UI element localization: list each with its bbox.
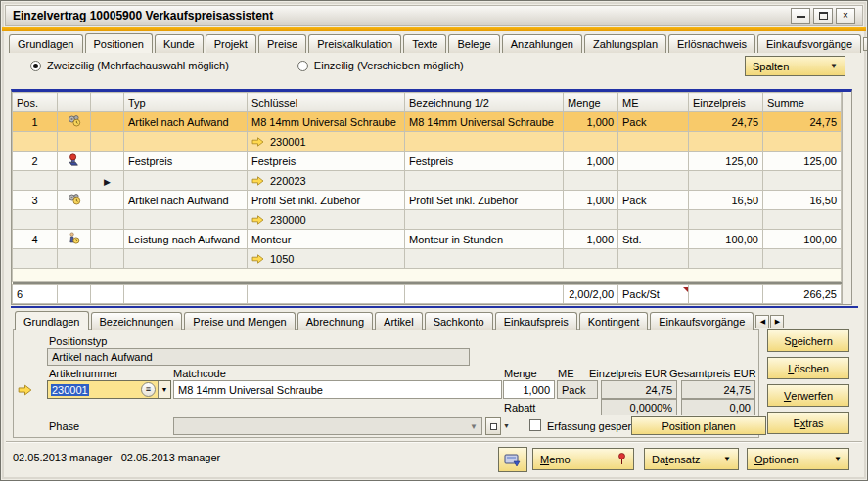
chevron-down-icon: ▼ <box>503 422 510 429</box>
cell-key: 1050 <box>248 249 405 269</box>
verwerfen-button[interactable]: Verwerfen <box>767 384 849 407</box>
list-icon: ≡ <box>146 385 151 394</box>
cell-empty <box>564 171 618 191</box>
cell-type-icon <box>58 112 91 132</box>
detail-tab-scroll-left-button[interactable]: ◀ <box>755 315 769 328</box>
rabatt-label: Rabatt <box>504 402 535 414</box>
detail-tab-einkaufsvorgaenge[interactable]: Einkaufsvorgänge <box>650 312 754 330</box>
radio-zweizeilig[interactable]: Zweizeilig (Mehrfachauswahl möglich) <box>30 60 229 71</box>
print-button[interactable] <box>498 447 527 472</box>
detail-tab-scroll-right-button[interactable]: ▶ <box>770 315 784 328</box>
tab-zahlungsplan[interactable]: Zahlungsplan <box>584 34 666 53</box>
datensatz-dropdown[interactable]: Datensatz ▼ <box>644 448 739 470</box>
tab-preiskalkulation[interactable]: Preiskalkulation <box>308 34 401 53</box>
col-einzelpreis[interactable]: Einzelpreis <box>689 93 763 112</box>
detail-tab-artikel[interactable]: Artikel <box>375 312 423 330</box>
tab-positionen[interactable]: Positionen <box>85 33 153 53</box>
minimize-button[interactable] <box>791 8 810 24</box>
cell-empty <box>405 171 564 191</box>
table-row[interactable]: 1 Artikel nach Aufwand M8 14mm Universal… <box>13 112 842 132</box>
col-icon-b[interactable] <box>91 93 124 112</box>
label-accesskey: V <box>784 390 791 402</box>
footer-summe: 266,25 <box>763 285 842 304</box>
col-menge[interactable]: Menge <box>564 93 618 112</box>
tab-kunde[interactable]: Kunde <box>155 34 204 53</box>
col-icon-a[interactable] <box>58 93 91 112</box>
cell-pos: 2 <box>13 152 58 171</box>
table-key-row[interactable]: 230000 <box>13 210 842 230</box>
tab-scroll-left-button[interactable]: ◀ <box>863 37 868 51</box>
extras-button[interactable]: Extras <box>767 412 849 434</box>
detail-tab-grundlagen[interactable]: Grundlagen <box>15 311 89 330</box>
current-field-arrow-icon <box>18 384 32 396</box>
matchcode-field[interactable]: M8 14mm Universal Schraube <box>173 380 502 399</box>
cell-summe: 16,50 <box>763 191 842 210</box>
detail-tab-abrechnung[interactable]: Abrechnung <box>297 312 373 330</box>
cell-key: 230000 <box>248 210 405 230</box>
erfassung-gesperrt-checkbox[interactable] <box>529 419 541 431</box>
status-audit-text: 02.05.2013 manager 02.05.2013 manager <box>13 452 220 463</box>
key-value: 1050 <box>270 253 294 265</box>
cell-schluessel: Monteur <box>248 230 405 249</box>
col-typ[interactable]: Typ <box>124 93 248 112</box>
optionen-dropdown[interactable]: Optionen ▼ <box>747 448 849 470</box>
phase-picker-button[interactable] <box>485 417 501 435</box>
cell-typ: Leistung nach Aufwand <box>124 230 248 249</box>
chevron-down-icon: ▼ <box>723 455 731 463</box>
loeschen-button[interactable]: Löschen <box>767 357 849 379</box>
maximize-button[interactable] <box>813 8 833 24</box>
radio-einzeilig[interactable]: Einzeilig (Verschieben möglich) <box>297 60 464 71</box>
speichern-button[interactable]: Speichern <box>767 329 849 352</box>
memo-button[interactable]: Memo <box>532 448 634 470</box>
table-row[interactable]: 3 Artikel nach Aufwand Profil Set inkl. … <box>13 191 842 210</box>
cell-empty <box>689 132 763 152</box>
tab-erloesnachweis[interactable]: Erlösnachweis <box>668 34 755 53</box>
cell-summe: 125,00 <box>763 152 842 171</box>
table-row[interactable]: 2 Festpreis Festpreis Festpreis 1,000 12… <box>13 152 842 171</box>
table-key-row[interactable]: 230001 <box>13 132 842 152</box>
cell-empty <box>618 249 689 269</box>
detail-tab-einkaufspreis[interactable]: Einkaufspreis <box>495 312 577 330</box>
detail-tab-bezeichnungen[interactable]: Bezeichnungen <box>91 312 183 330</box>
lookup-button[interactable]: ≡ <box>141 382 156 397</box>
cell-me: Std. <box>618 230 689 249</box>
close-button[interactable]: × <box>836 8 855 24</box>
cell-empty <box>91 285 124 304</box>
me-label: ME <box>558 368 574 379</box>
tab-anzahlungen[interactable]: Anzahlungen <box>502 34 582 53</box>
cell-empty <box>689 171 763 191</box>
cell-empty <box>13 249 58 269</box>
col-summe[interactable]: Summe <box>763 93 842 112</box>
table-key-row[interactable]: ▶ 220023 <box>13 171 842 191</box>
tab-einkaufsvorgaenge[interactable]: Einkaufsvorgänge <box>757 34 861 53</box>
detail-tab-preise-und-mengen[interactable]: Preise und Mengen <box>184 312 295 330</box>
detail-tab-kontingent[interactable]: Kontingent <box>579 312 649 330</box>
tab-grundlagen[interactable]: Grundlagen <box>9 34 83 53</box>
table-key-row[interactable]: 1050 <box>13 249 842 269</box>
label-part: eichern <box>798 335 833 347</box>
detail-tab-sachkonto[interactable]: Sachkonto <box>425 312 493 330</box>
cell-menge: 1,000 <box>564 191 618 210</box>
cell-summe: 24,75 <box>763 112 842 132</box>
tab-projekt[interactable]: Projekt <box>206 34 256 53</box>
cell-empty <box>58 285 91 304</box>
artikelnummer-dropdown-button[interactable]: ▼ <box>158 381 170 398</box>
tab-preise[interactable]: Preise <box>258 34 306 53</box>
position-planen-button[interactable]: Position planen <box>631 416 766 435</box>
col-bezeichnung[interactable]: Bezeichnung 1/2 <box>405 93 564 112</box>
cell-type-icon <box>58 152 91 171</box>
cell-empty <box>124 249 248 269</box>
tab-texte[interactable]: Texte <box>403 34 446 53</box>
col-pos[interactable]: Pos. <box>13 93 58 112</box>
table-row[interactable]: 4 Leistung nach Aufwand Monteur Monteur … <box>13 230 842 249</box>
spalten-dropdown[interactable]: Spalten ▼ <box>745 56 845 76</box>
grid-vertical-scrollbar[interactable] <box>842 92 851 304</box>
phase-combobox[interactable]: ▼ <box>173 417 482 435</box>
cell-empty <box>763 249 842 269</box>
col-schluessel[interactable]: Schlüssel <box>248 93 405 112</box>
tab-belege[interactable]: Belege <box>448 34 499 53</box>
menge-field[interactable]: 1,000 <box>503 380 555 399</box>
artikelnummer-field[interactable]: 230001 ≡ ▼ <box>47 380 171 399</box>
label-accesskey: M <box>540 454 549 465</box>
col-me[interactable]: ME <box>618 93 689 112</box>
